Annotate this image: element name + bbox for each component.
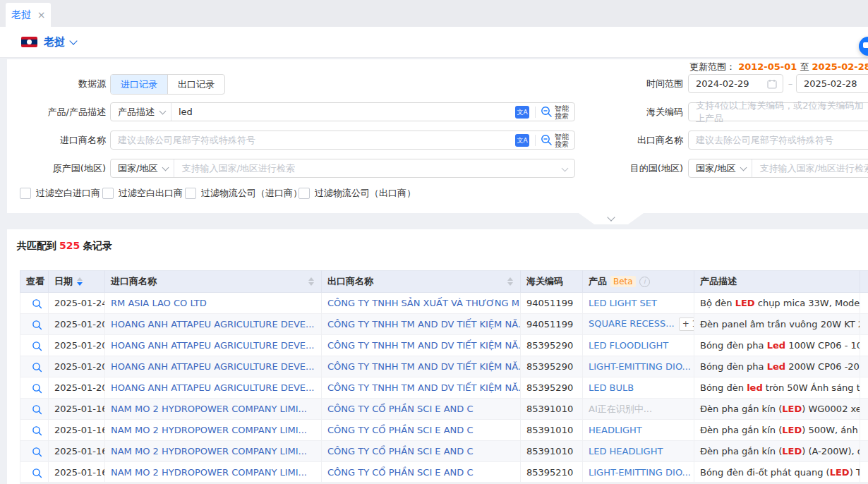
view-record-button[interactable] [32, 468, 42, 478]
tab-close-icon[interactable]: × [37, 9, 46, 20]
checkbox-icon[interactable] [299, 188, 310, 199]
checkbox-filter-blank-exporter[interactable]: 过滤空白出口商 [102, 187, 183, 200]
checkbox-icon[interactable] [20, 188, 31, 199]
exporter-link[interactable]: CÔNG TY CỔ PHẦN SCI E AND C [327, 425, 474, 435]
smart-search-button[interactable]: 智能 搜索 [541, 104, 574, 120]
smart-search-label: 智能 搜索 [555, 133, 569, 148]
view-cell [20, 293, 49, 314]
exporter-link[interactable]: CÔNG TY TNHH TM AND DV TIẾT KIỆM NĂ... [327, 319, 521, 329]
origin-country-input[interactable]: 支持输入国家/地区进行检索 [174, 162, 562, 175]
product-link[interactable]: LED LIGHT SET [589, 298, 657, 308]
checkbox-icon[interactable] [185, 188, 196, 199]
importer-sort-control[interactable] [308, 277, 314, 286]
product-link[interactable]: LED BULB [589, 382, 634, 393]
importer-input[interactable]: 建议去除公司尾部字符或特殊符号 [111, 134, 515, 147]
tab-laos[interactable]: 老挝 × [6, 3, 51, 27]
country-name[interactable]: 老挝 [44, 35, 65, 49]
exporter-link[interactable]: CÔNG TY TNHH TM AND DV TIẾT KIỆM NĂ... [327, 340, 521, 351]
importer-link[interactable]: RM ASIA LAO CO LTD [111, 298, 207, 308]
view-record-button[interactable] [32, 447, 42, 457]
hs-code-input[interactable]: 支持4位以上海关编码，或2位海关编码加上产品 [688, 102, 868, 121]
header-date: 日期 [49, 271, 105, 293]
tab-strip: 老挝 × [0, 0, 868, 27]
view-record-button[interactable] [32, 425, 42, 436]
checkbox-filter-logistics-importer[interactable]: 过滤物流公司（进口商） [185, 187, 302, 200]
results-summary: 共匹配到525条记录 [17, 240, 112, 253]
exporter-link[interactable]: CÔNG TY CỔ PHẦN SCI E AND C [327, 404, 474, 414]
magnifier-icon [32, 447, 42, 457]
exporter-link[interactable]: CÔNG TY TNHH TM AND DV TIẾT KIỆM NĂ... [327, 382, 521, 393]
zoom-search-icon [541, 134, 553, 146]
tab-export-records[interactable]: 出口记录 [167, 75, 224, 94]
collapse-filters-button[interactable] [579, 213, 644, 224]
product-link[interactable]: SQUARE RECESS... [589, 318, 675, 329]
origin-country-select[interactable]: 国家/地区 [111, 159, 174, 177]
view-record-button[interactable] [32, 404, 42, 415]
magnifier-icon [32, 320, 42, 330]
info-icon[interactable]: i [639, 277, 650, 287]
translate-icon[interactable]: 文A [515, 134, 529, 147]
exporter-sort-control[interactable] [507, 277, 513, 286]
importer-link[interactable]: NAM MO 2 HYDROPOWER COMPANY LIMI... [111, 404, 307, 414]
hs-code-value: 85391010 [521, 441, 583, 462]
importer-link[interactable]: HOANG ANH ATTAPEU AGRICULTURE DEVE... [111, 319, 314, 329]
origin-country-group: 国家/地区 支持输入国家/地区进行检索 [110, 159, 575, 178]
exporter-link[interactable]: CÔNG TY TNHH TM AND DV TIẾT KIỆM NĂ... [327, 361, 521, 372]
tab-import-records[interactable]: 进口记录 [111, 75, 167, 94]
view-record-button[interactable] [32, 362, 42, 373]
record-date: 2025-01-20 [49, 314, 105, 335]
checkbox-icon[interactable] [102, 188, 114, 199]
exporter-link[interactable]: CÔNG TY CỔ PHẦN SCI E AND C [327, 446, 474, 456]
product-search-input[interactable]: led [171, 107, 515, 117]
view-cell [20, 399, 49, 420]
product-label: 产品/产品描述 [7, 102, 106, 121]
destination-label: 目的国(地区) [584, 159, 683, 178]
product-link[interactable]: LIGHT-EMITTING DIO... [589, 361, 691, 372]
extra-cell [860, 441, 868, 462]
smart-search-button[interactable]: 智能 搜索 [541, 133, 574, 148]
divider [535, 135, 536, 146]
view-record-button[interactable] [32, 298, 42, 309]
chevron-down-icon[interactable] [69, 37, 77, 44]
translate-icon[interactable]: 文A [515, 106, 529, 119]
destination-select[interactable]: 国家/地区 [689, 159, 752, 177]
table-body: 2025-01-24 RM ASIA LAO CO LTD CÔNG TY TN… [20, 293, 868, 483]
date-sort-control[interactable] [77, 277, 83, 286]
importer-link[interactable]: HOANG ANH ATTAPEU AGRICULTURE DEVE... [111, 361, 314, 372]
importer-link[interactable]: NAM MO 2 HYDROPOWER COMPANY LIMI... [111, 446, 307, 456]
product-field-select[interactable]: 产品描述 [111, 103, 171, 121]
date-from-input[interactable]: 2024-02-29 [688, 74, 783, 93]
product-link[interactable]: LIGHT-EMITTING DIO... [589, 467, 691, 478]
table-row: 2025-01-20 HOANG ANH ATTAPEU AGRICULTURE… [20, 335, 868, 356]
checkbox-label: 过滤空白出口商 [119, 187, 183, 200]
magnifier-icon [32, 404, 42, 415]
exporter-link[interactable]: CÔNG TY CỔ PHẦN SCI E AND C [327, 467, 474, 478]
product-link[interactable]: LED HEADLIGHT [589, 446, 663, 456]
view-record-button[interactable] [32, 383, 42, 394]
view-record-button[interactable] [32, 320, 42, 330]
importer-link[interactable]: HOANG ANH ATTAPEU AGRICULTURE DEVE... [111, 382, 314, 393]
exporter-input[interactable]: 建议去除公司尾部字符或特殊符号 [688, 131, 868, 150]
record-date: 2025-01-20 [49, 377, 105, 399]
table-header-row: 查看 日期 进口商名称 出口商名称 海关编码 产品 [20, 271, 868, 293]
view-record-button[interactable] [32, 341, 42, 351]
product-link[interactable]: HEADLIGHT [589, 425, 642, 435]
more-products-badge[interactable]: + 1 [679, 317, 694, 331]
exporter-link[interactable]: CÔNG TY TNHH SẢN XUẤT VÀ THƯƠNG M... [327, 298, 521, 308]
header-product: 产品 Beta i [583, 271, 694, 293]
date-to-input[interactable]: 2025-02-28 [796, 74, 868, 93]
destination-input[interactable]: 支持输入国家/地区进行检索 [752, 162, 868, 175]
checkbox-filter-blank-importer[interactable]: 过滤空白进口商 [20, 187, 100, 200]
hs-code-placeholder: 支持4位以上海关编码，或2位海关编码加上产品 [689, 99, 868, 125]
importer-link[interactable]: NAM MO 2 HYDROPOWER COMPANY LIMI... [111, 467, 307, 478]
chevron-down-icon [607, 213, 615, 221]
checkbox-filter-logistics-exporter[interactable]: 过滤物流公司（出口商） [299, 187, 416, 200]
country-bar: 老挝 [0, 27, 868, 58]
update-range-from: 2012-05-01 [738, 61, 797, 72]
importer-link[interactable]: NAM MO 2 HYDROPOWER COMPANY LIMI... [111, 425, 307, 435]
importer-link[interactable]: HOANG ANH ATTAPEU AGRICULTURE DEVE... [111, 340, 314, 351]
chevron-down-icon [162, 164, 169, 171]
exporter-placeholder: 建议去除公司尾部字符或特殊符号 [689, 134, 868, 147]
datasource-label: 数据源 [7, 74, 106, 93]
product-link[interactable]: LED FLOODLIGHT [589, 340, 668, 351]
